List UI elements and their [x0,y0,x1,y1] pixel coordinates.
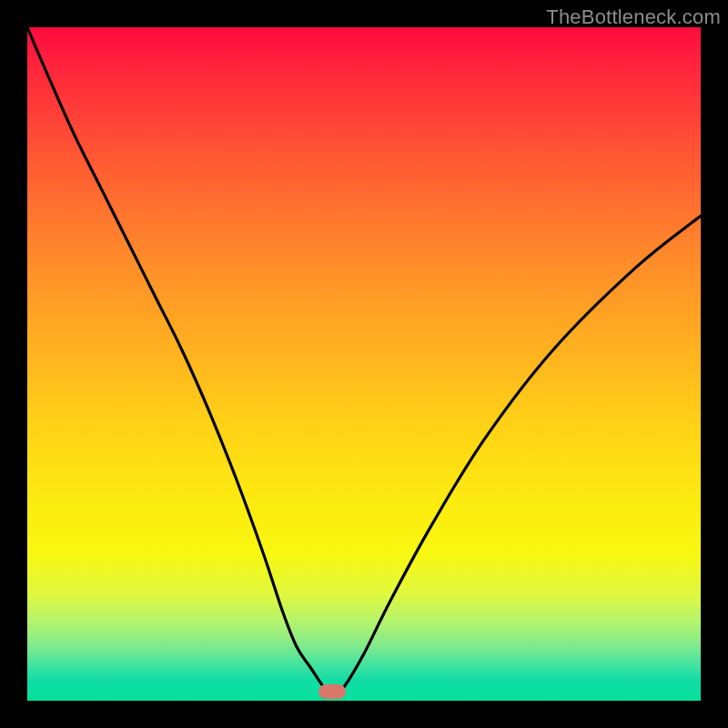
optimum-marker [318,684,346,699]
attribution-text: TheBottleneck.com [546,5,721,29]
chart-frame: TheBottleneck.com [0,0,728,728]
bottleneck-curve [27,27,701,701]
plot-area [27,27,701,701]
